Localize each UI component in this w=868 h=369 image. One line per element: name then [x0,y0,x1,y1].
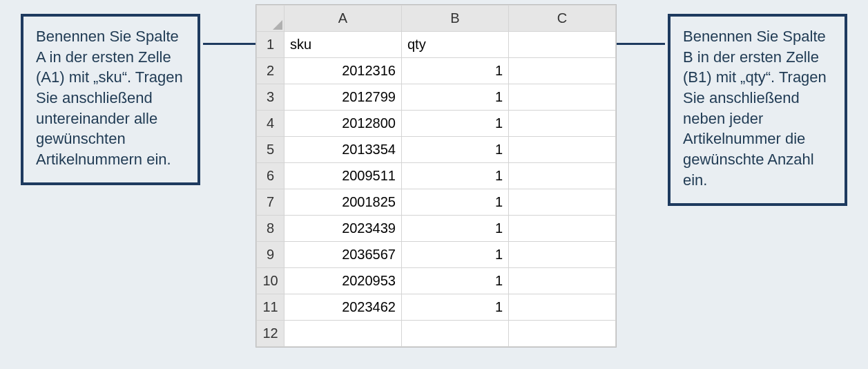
cell[interactable]: 2023462 [284,294,402,321]
cell[interactable]: 2009511 [284,163,402,189]
spreadsheet-grid[interactable]: A B C 1 sku qty 2 2012316 1 3 2012799 [256,5,616,347]
callout-right-text: Benennen Sie Spalte B in der ersten Zell… [683,28,827,189]
cell[interactable]: 1 [402,163,509,189]
cell[interactable]: 2036567 [284,242,402,268]
table-row: 2 2012316 1 [257,58,616,84]
cell[interactable]: 2012799 [284,84,402,111]
cell[interactable]: 2020953 [284,268,402,294]
cell[interactable] [509,268,616,294]
row-header[interactable]: 9 [257,242,284,268]
row-header[interactable]: 4 [257,111,284,137]
spreadsheet: A B C 1 sku qty 2 2012316 1 3 2012799 [255,4,617,348]
cell[interactable]: 1 [402,242,509,268]
cell[interactable] [509,242,616,268]
callout-left-text: Benennen Sie Spalte A in der ersten Zell… [36,28,183,168]
table-row: 3 2012799 1 [257,84,616,111]
row-header[interactable]: 7 [257,189,284,216]
column-header-b[interactable]: B [402,6,509,32]
table-row: 11 2023462 1 [257,294,616,321]
table-row: 8 2023439 1 [257,216,616,242]
cell[interactable]: 2012800 [284,111,402,137]
cell[interactable] [509,294,616,321]
table-row: 7 2001825 1 [257,189,616,216]
cell[interactable] [509,216,616,242]
table-row: 9 2036567 1 [257,242,616,268]
column-header-a[interactable]: A [284,6,402,32]
cell[interactable] [284,321,402,347]
row-header[interactable]: 10 [257,268,284,294]
row-header[interactable]: 2 [257,58,284,84]
column-header-c[interactable]: C [509,6,616,32]
cell[interactable]: 2012316 [284,58,402,84]
row-header[interactable]: 5 [257,137,284,163]
cell[interactable]: 2013354 [284,137,402,163]
cell[interactable]: 1 [402,189,509,216]
callout-left: Benennen Sie Spalte A in der ersten Zell… [21,14,200,185]
table-row: 4 2012800 1 [257,111,616,137]
table-row: 12 [257,321,616,347]
cell[interactable]: 1 [402,84,509,111]
select-all-triangle-icon [273,20,282,30]
cell[interactable]: 1 [402,137,509,163]
svg-marker-0 [273,20,282,30]
cell-b1[interactable]: qty [402,32,509,58]
cell[interactable] [509,189,616,216]
callout-right: Benennen Sie Spalte B in der ersten Zell… [668,14,847,206]
row-header[interactable]: 3 [257,84,284,111]
cell[interactable]: 2023439 [284,216,402,242]
table-row: 1 sku qty [257,32,616,58]
cell[interactable] [509,84,616,111]
table-row: 6 2009511 1 [257,163,616,189]
cell-c1[interactable] [509,32,616,58]
cell[interactable]: 1 [402,294,509,321]
row-header[interactable]: 12 [257,321,284,347]
diagram-stage: Benennen Sie Spalte A in der ersten Zell… [0,0,868,369]
cell[interactable]: 2001825 [284,189,402,216]
cell[interactable] [509,163,616,189]
cell[interactable] [509,321,616,347]
row-header[interactable]: 1 [257,32,284,58]
row-header[interactable]: 6 [257,163,284,189]
select-all-corner[interactable] [257,6,284,32]
cell[interactable]: 1 [402,111,509,137]
cell[interactable] [509,137,616,163]
row-header[interactable]: 11 [257,294,284,321]
cell[interactable] [402,321,509,347]
table-row: 5 2013354 1 [257,137,616,163]
table-row: 10 2020953 1 [257,268,616,294]
cell[interactable]: 1 [402,58,509,84]
cell[interactable] [509,58,616,84]
cell-a1[interactable]: sku [284,32,402,58]
cell[interactable]: 1 [402,216,509,242]
cell[interactable]: 1 [402,268,509,294]
row-header[interactable]: 8 [257,216,284,242]
cell[interactable] [509,111,616,137]
